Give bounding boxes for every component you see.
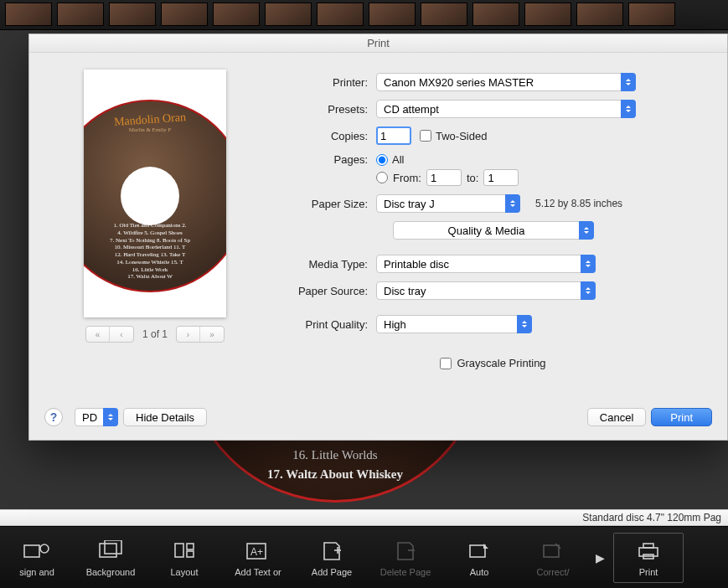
svg-rect-6 [187,551,194,557]
svg-rect-15 [643,544,653,548]
grayscale-label: Grayscale Printing [457,357,545,369]
track-line: 17. Waltz About W [84,273,226,281]
bottom-toolbar: sign and Background Layout A+ Add Text o… [0,526,728,588]
section-select[interactable]: Quality & Media [393,221,594,240]
pages-from-label: From: [393,172,421,184]
pager-next-icon[interactable]: › [177,327,200,342]
tool-design[interactable]: sign and [0,539,74,577]
paper-size-label: Paper Size: [276,198,376,210]
tool-print[interactable]: Print [613,533,684,583]
svg-rect-4 [175,544,183,557]
svg-text:A+: A+ [250,546,263,558]
pager-prev-icon[interactable]: ‹ [110,327,133,342]
svg-rect-5 [187,544,194,549]
thumbnail[interactable] [213,3,260,26]
svg-rect-0 [24,545,39,557]
delete-page-icon [390,539,421,564]
svg-rect-3 [105,540,121,554]
toolbar-more-arrow-icon[interactable]: ▶ [590,551,610,565]
thumbnail[interactable] [472,3,519,26]
thumbnail[interactable] [5,3,52,26]
print-button[interactable]: Print [651,408,712,426]
grayscale-option[interactable]: Grayscale Printing [440,357,545,369]
paper-size-select[interactable]: Disc tray J [376,194,520,213]
print-quality-label: Print Quality: [234,318,376,331]
tool-add-text[interactable]: A+ Add Text or [221,539,295,577]
tool-label: Add Text or [235,567,281,577]
tool-add-page[interactable]: Add Page [295,539,369,577]
thumbnail[interactable] [628,3,675,26]
two-sided-option[interactable]: Two-Sided [420,130,487,142]
help-button[interactable]: ? [44,408,63,426]
tool-label: sign and [19,567,54,577]
presets-select[interactable]: CD attempt [376,100,636,118]
thumbnail[interactable] [57,3,104,26]
tool-label: Auto [470,567,489,577]
thumbnail[interactable] [524,3,571,26]
track-line: 12. Hard Traveling 13. Take T [84,251,226,259]
copies-input[interactable] [376,126,411,145]
tool-label: Add Page [312,567,352,577]
pages-from-input[interactable] [426,169,462,186]
cancel-button[interactable]: Cancel [587,408,646,426]
pages-all-option[interactable]: All [376,153,404,166]
svg-point-1 [40,544,49,553]
thumbnail[interactable] [317,3,364,26]
grayscale-checkbox[interactable] [440,358,452,369]
pages-to-input[interactable] [483,169,519,186]
pages-all-radio[interactable] [376,154,388,166]
track-line: 4. Wildfire 5. Gospel Shoes [84,230,226,237]
track-line: 16. Little Work [84,266,226,274]
pager-first-icon[interactable]: « [86,327,110,342]
pages-label: Pages: [276,153,376,166]
disc-artwork: Mandolin Oran Marlin & Emily F 1. Old Ti… [84,100,226,292]
album-subtitle: Marlin & Emily F [84,126,226,133]
tool-background[interactable]: Background [74,539,147,577]
copies-label: Copies: [276,130,376,142]
pages-to-label: to: [467,172,478,184]
track-line: 17. Waltz About Whiskey [184,467,486,482]
two-sided-label: Two-Sided [436,130,487,142]
svg-rect-12 [470,545,485,557]
tool-layout[interactable]: Layout [147,539,221,577]
tool-label: Print [639,567,658,577]
thumbnail-strip [0,0,728,30]
status-bar: Standard disc 4.7" 120mm Pag [0,509,728,526]
pages-all-label: All [392,153,404,166]
pager-last-icon[interactable]: » [200,327,224,342]
tool-label: Correct/ [536,567,569,577]
tool-auto[interactable]: Auto [442,539,516,577]
print-quality-select[interactable]: High [376,315,532,333]
tool-label: Delete Page [380,567,431,577]
two-sided-checkbox[interactable] [420,130,431,142]
status-text: Standard disc 4.7" 120mm Pag [582,512,721,524]
print-icon [633,539,663,564]
track-line: 7. Next To Nothing 8. Boots of Sp [84,237,226,245]
settings-panel: Printer: Canon MX920 series MASTER Prese… [276,70,710,401]
tool-correct: Correct/ [516,539,590,577]
thumbnail[interactable] [369,3,416,26]
tool-label: Layout [170,567,198,577]
thumbnail[interactable] [421,3,467,26]
thumbnail[interactable] [576,3,623,26]
paper-source-select[interactable]: Disc tray [376,281,596,300]
track-line: 16. Little Worlds [184,448,486,462]
thumbnail[interactable] [265,3,312,26]
dialog-footer: ? PDF Hide Details Cancel Print [29,401,727,440]
paper-source-label: Paper Source: [234,285,376,297]
pages-from-option[interactable]: From: to: [376,169,519,186]
pdf-menu[interactable]: PDF [75,408,118,426]
printer-select[interactable]: Canon MX920 series MASTER [376,73,636,91]
track-list: 1. Old Ties and Companions 2. 4. Wildfir… [84,222,226,281]
paper-size-note: 5.12 by 8.85 inches [535,198,622,209]
auto-icon [464,539,494,564]
add-page-icon [317,539,347,564]
page-preview: Mandolin Oran Marlin & Emily F 1. Old Ti… [84,70,226,317]
thumbnail[interactable] [109,3,156,26]
thumbnail[interactable] [161,3,208,26]
media-type-select[interactable]: Printable disc [376,255,596,273]
design-icon [22,539,52,564]
hide-details-button[interactable]: Hide Details [123,408,207,426]
pages-from-radio[interactable] [376,172,388,183]
svg-rect-13 [544,545,559,557]
